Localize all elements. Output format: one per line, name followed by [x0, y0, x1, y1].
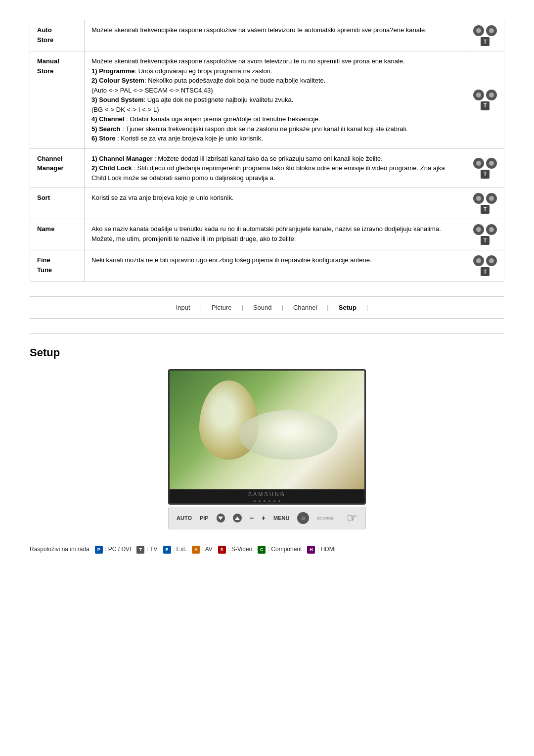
nav-sep-5: | [366, 304, 368, 311]
ctrl-plus-label: + [262, 514, 266, 522]
ctrl-up-button[interactable] [233, 514, 241, 522]
ctrl-auto-label: AUTO [177, 515, 192, 521]
icon-pair: T [473, 255, 497, 276]
legend-hdmi: : HDMI [317, 546, 336, 553]
tv-dot [268, 500, 270, 502]
icon-sort: T [466, 188, 504, 219]
tv-bottom-bar [170, 499, 364, 503]
icon-pair: T [473, 25, 497, 46]
nav-item-setup[interactable]: Setup [329, 302, 366, 313]
tv-dot [273, 500, 275, 502]
icon-inner [489, 258, 494, 263]
legend-prefix: Raspoloživi na ini rada [30, 546, 89, 553]
icon-t-badge: T [481, 37, 490, 46]
content-fine-tune: Neki kanali možda ne e biti ispravno ugo… [85, 250, 466, 282]
icon-pair: T [473, 193, 497, 214]
legend-svideo: : S-Video [228, 546, 252, 553]
icon-circle-right [486, 158, 497, 169]
legend-bar: Raspoloživi na ini rada P : PC / DVI T :… [30, 544, 504, 555]
tv-control-bar: AUTO PIP − + MENU ⊙ SOURCE ☞ [168, 507, 366, 529]
tv-dot [278, 500, 280, 502]
tv-screen-wrapper: SAMSUNG [168, 369, 366, 505]
label-manual-store: ManualStore [30, 51, 85, 149]
icon-inner [476, 93, 481, 97]
icon-circle-right [486, 224, 497, 235]
tv-brand: SAMSUNG [170, 489, 364, 499]
icon-fine-tune: T [466, 250, 504, 282]
icon-t-badge: T [481, 205, 490, 214]
tv-dot [264, 500, 266, 502]
icon-pair: T [473, 224, 497, 245]
label-sort: Sort [30, 188, 85, 219]
ctrl-pip-label: PIP [200, 515, 209, 521]
icon-circle-right [486, 255, 497, 266]
icon-circle-left [473, 193, 484, 204]
badge-av: A [192, 546, 200, 554]
icon-t-badge: T [481, 267, 490, 276]
nav-item-sound[interactable]: Sound [243, 302, 282, 313]
hand-pointer-icon: ☞ [347, 511, 357, 525]
badge-ext: E [163, 546, 171, 554]
icon-circle-right [486, 90, 497, 100]
ctrl-down-icon [218, 517, 223, 520]
content-auto-store: Možete skenirati frekvencijske raspone r… [85, 20, 466, 51]
tv-illustration: SAMSUNG AUTO PIP − + MENU ⊙ SOURCE [30, 369, 504, 529]
icon-inner [489, 28, 494, 33]
ctrl-down-button[interactable] [217, 514, 225, 522]
badge-pc-dvi: P [95, 546, 103, 554]
navigation-bar: Input | Picture | Sound | Channel | Setu… [30, 296, 504, 319]
icon-manual-store: T [466, 51, 504, 149]
nav-item-channel[interactable]: Channel [283, 302, 327, 313]
icon-circle-left [473, 90, 484, 100]
icon-pair: T [473, 158, 497, 179]
tv-dot [254, 500, 256, 502]
label-auto-store: AutoStore [30, 20, 85, 51]
icon-inner [489, 227, 494, 232]
badge-hdmi: H [307, 546, 315, 554]
content-sort: Koristi se za vra anje brojeva koje je u… [85, 188, 466, 219]
legend-av: : AV [202, 546, 213, 553]
ctrl-source-button[interactable]: ⊙ [297, 512, 309, 524]
icon-circles [473, 25, 497, 36]
ctrl-source-label: SOURCE [317, 516, 334, 520]
badge-tv: T [136, 546, 144, 554]
ctrl-source-icon: ⊙ [301, 516, 305, 521]
nav-item-picture[interactable]: Picture [202, 302, 241, 313]
legend-ext: : Ext. [173, 546, 186, 553]
ctrl-up-icon [235, 517, 240, 520]
icon-pair: T [473, 90, 497, 110]
icon-circles [473, 224, 497, 235]
icon-inner [476, 227, 481, 232]
icon-t-badge: T [481, 236, 490, 245]
icon-circles [473, 158, 497, 169]
label-fine-tune: FineTune [30, 250, 85, 282]
ctrl-menu-label: MENU [273, 515, 289, 521]
icon-circle-left [473, 158, 484, 169]
icon-t-badge: T [481, 170, 490, 179]
icon-circle-right [486, 193, 497, 204]
content-channel-manager: 1) Channel Manager : Možete dodati ili i… [85, 148, 466, 188]
label-channel-manager: ChannelManager [30, 148, 85, 188]
icon-circles [473, 90, 497, 100]
icon-name: T [466, 219, 504, 250]
legend-pc-dvi: : PC / DVI [105, 546, 131, 553]
content-manual-store: Možete skenirati frekvencijske raspone r… [85, 51, 466, 149]
icon-inner [476, 258, 481, 263]
badge-svideo: S [218, 546, 226, 554]
nav-item-input[interactable]: Input [166, 302, 200, 313]
icon-channel-manager: T [466, 148, 504, 188]
label-name: Name [30, 219, 85, 250]
icon-inner [476, 196, 481, 201]
icon-auto-store: T [466, 20, 504, 51]
tv-dot [259, 500, 261, 502]
icon-circles [473, 255, 497, 266]
legend-component: : Component [268, 546, 302, 553]
icon-t-badge: T [481, 101, 490, 110]
icon-inner [489, 161, 494, 166]
icon-circle-right [486, 25, 497, 36]
main-content-table: AutoStoreMožete skenirati frekvencijske … [30, 20, 504, 282]
icon-inner [489, 93, 494, 97]
icon-circles [473, 193, 497, 204]
content-name: Ako se naziv kanala odašilje u trenutku … [85, 219, 466, 250]
section-divider [30, 333, 504, 334]
